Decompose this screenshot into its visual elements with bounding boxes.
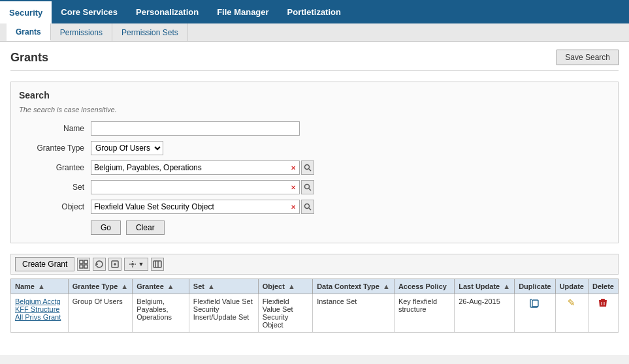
nav-item-portletization[interactable]: Portletization bbox=[278, 0, 350, 23]
sort-grantee-icon: ▲ bbox=[167, 282, 174, 290]
svg-rect-6 bbox=[80, 260, 83, 264]
table-toolbar: Create Grant bbox=[10, 254, 619, 275]
nav-item-file-manager[interactable]: File Manager bbox=[208, 0, 278, 23]
object-field: ✕ bbox=[91, 200, 610, 214]
cell-grantee-type: Group Of Users bbox=[68, 294, 132, 333]
subnav-permission-sets[interactable]: Permission Sets bbox=[112, 23, 188, 41]
toolbar-export-icon[interactable] bbox=[108, 258, 121, 271]
svg-line-1 bbox=[309, 169, 311, 171]
grantee-row: Grantee ✕ bbox=[19, 160, 610, 175]
cell-set: Flexfield Value Set Security Insert/Upda… bbox=[189, 294, 258, 333]
nav-item-security[interactable]: Security bbox=[0, 0, 52, 23]
col-header-data-context-type[interactable]: Data Context Type ▲ bbox=[313, 279, 395, 294]
object-search-button[interactable] bbox=[301, 200, 314, 214]
object-row: Object ✕ bbox=[19, 200, 610, 214]
set-input[interactable] bbox=[91, 181, 287, 194]
set-input-wrapper: ✕ bbox=[91, 180, 300, 194]
cell-name: Belgium Acctg KFF Structure All Privs Gr… bbox=[11, 294, 69, 333]
grants-table: Name ▲ Grantee Type ▲ Grantee ▲ Set ▲ Ob… bbox=[10, 279, 619, 333]
sort-name-icon: ▲ bbox=[38, 282, 45, 290]
search-buttons: Go Clear bbox=[19, 220, 610, 235]
cell-object: Flexfield Value Set Security Object bbox=[258, 294, 313, 333]
col-header-last-update[interactable]: Last Update ▲ bbox=[455, 279, 515, 294]
svg-rect-17 bbox=[532, 300, 538, 307]
cell-data-context-type: Instance Set bbox=[313, 294, 395, 333]
svg-point-0 bbox=[305, 165, 310, 170]
clear-button[interactable]: Clear bbox=[126, 220, 165, 235]
page-title: Grants bbox=[10, 51, 48, 65]
sort-dct-icon: ▲ bbox=[383, 282, 390, 290]
toolbar-settings-dropdown[interactable]: ▼ bbox=[124, 258, 148, 271]
nav-item-core-services[interactable]: Core Services bbox=[52, 0, 127, 23]
subnav-grants[interactable]: Grants bbox=[7, 23, 51, 41]
sort-last-update-icon: ▲ bbox=[503, 282, 510, 290]
grantee-type-select[interactable]: Group Of Users User Global bbox=[91, 141, 163, 155]
set-search-button[interactable] bbox=[301, 180, 314, 194]
toolbar-columns-icon[interactable] bbox=[151, 258, 164, 271]
svg-rect-16 bbox=[153, 261, 161, 267]
sub-navigation: Grants Permissions Permission Sets bbox=[0, 23, 629, 42]
col-header-grantee-type[interactable]: Grantee Type ▲ bbox=[68, 279, 132, 294]
svg-rect-9 bbox=[84, 265, 88, 268]
object-input-wrapper: ✕ bbox=[91, 200, 300, 214]
object-label: Object bbox=[19, 202, 91, 211]
main-content: Grants Save Search Search The search is … bbox=[0, 42, 629, 355]
grantee-field: ✕ bbox=[91, 160, 610, 175]
set-clear-icon[interactable]: ✕ bbox=[287, 184, 299, 191]
col-header-set[interactable]: Set ▲ bbox=[189, 279, 258, 294]
sort-set-icon: ▲ bbox=[208, 282, 215, 290]
cell-access-policy: Key flexfield structure bbox=[394, 294, 454, 333]
grantee-search-button[interactable] bbox=[301, 160, 314, 175]
toolbar-refresh-icon[interactable] bbox=[93, 258, 106, 271]
col-header-access-policy[interactable]: Access Policy bbox=[394, 279, 454, 294]
go-button[interactable]: Go bbox=[91, 220, 121, 235]
search-hint: The search is case insensitive. bbox=[19, 106, 610, 114]
set-row: Set ✕ bbox=[19, 180, 610, 194]
col-header-update: Update bbox=[555, 279, 588, 294]
cell-duplicate bbox=[515, 294, 556, 333]
set-label: Set bbox=[19, 183, 91, 192]
col-header-grantee[interactable]: Grantee ▲ bbox=[133, 279, 189, 294]
col-header-delete: Delete bbox=[588, 279, 618, 294]
duplicate-icon[interactable] bbox=[530, 299, 540, 310]
table-row: Belgium Acctg KFF Structure All Privs Gr… bbox=[11, 294, 619, 333]
nav-item-personalization[interactable]: Personalization bbox=[127, 0, 208, 23]
grantee-label: Grantee bbox=[19, 163, 91, 172]
sort-object-icon: ▲ bbox=[288, 282, 295, 290]
grantee-input-wrapper: ✕ bbox=[91, 160, 300, 175]
cell-update: ✎ bbox=[555, 294, 588, 333]
cell-last-update: 26-Aug-2015 bbox=[455, 294, 515, 333]
page-header: Grants Save Search bbox=[10, 50, 619, 71]
create-grant-button[interactable]: Create Grant bbox=[15, 257, 74, 271]
name-input[interactable] bbox=[91, 121, 300, 136]
object-clear-icon[interactable]: ✕ bbox=[287, 204, 299, 211]
table-header-row: Name ▲ Grantee Type ▲ Grantee ▲ Set ▲ Ob… bbox=[11, 279, 619, 294]
col-header-name[interactable]: Name ▲ bbox=[11, 279, 69, 294]
cell-grantee: Belgium, Payables, Operations bbox=[133, 294, 189, 333]
svg-line-5 bbox=[309, 208, 311, 210]
top-navigation: Security Core Services Personalization F… bbox=[0, 0, 629, 23]
grantee-type-field: Group Of Users User Global bbox=[91, 141, 610, 155]
set-field: ✕ bbox=[91, 180, 610, 194]
col-header-object[interactable]: Object ▲ bbox=[258, 279, 313, 294]
cell-delete bbox=[588, 294, 618, 333]
grantee-type-row: Grantee Type Group Of Users User Global bbox=[19, 141, 610, 155]
grantee-clear-icon[interactable]: ✕ bbox=[287, 164, 299, 172]
name-row: Name bbox=[19, 121, 610, 136]
update-icon[interactable]: ✎ bbox=[568, 297, 575, 308]
svg-rect-8 bbox=[80, 265, 83, 268]
svg-rect-7 bbox=[84, 260, 88, 264]
search-section: Search The search is case insensitive. N… bbox=[10, 82, 619, 243]
svg-point-4 bbox=[305, 204, 310, 209]
subnav-permissions[interactable]: Permissions bbox=[51, 23, 112, 41]
col-header-duplicate: Duplicate bbox=[515, 279, 556, 294]
row-name-link[interactable]: Belgium Acctg KFF Structure All Privs Gr… bbox=[15, 297, 61, 321]
grantee-input[interactable] bbox=[91, 161, 287, 174]
object-input[interactable] bbox=[91, 200, 287, 213]
svg-point-2 bbox=[305, 185, 310, 189]
toolbar-select-icon[interactable] bbox=[77, 258, 90, 271]
svg-point-13 bbox=[131, 263, 134, 265]
delete-icon[interactable] bbox=[598, 299, 607, 310]
save-search-button[interactable]: Save Search bbox=[556, 50, 619, 65]
search-title: Search bbox=[19, 90, 610, 100]
